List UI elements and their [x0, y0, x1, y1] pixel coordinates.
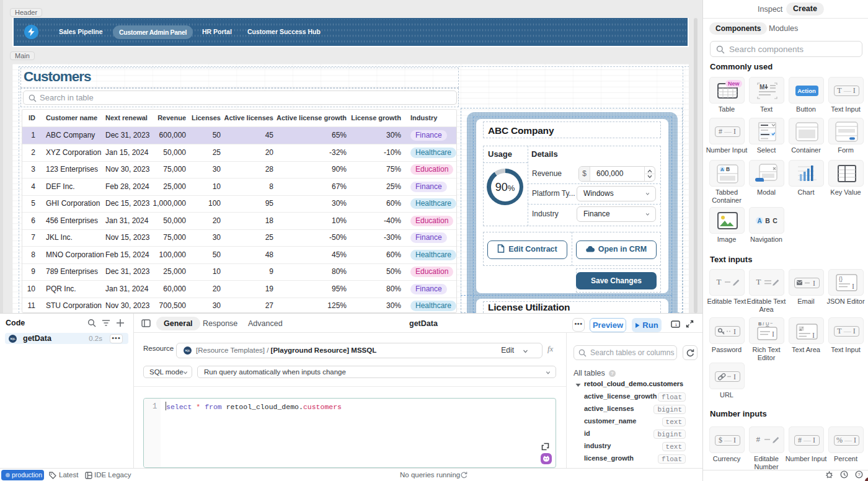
svg-text:I: I: [763, 321, 764, 327]
svg-text:A: A: [720, 167, 724, 172]
svg-text:I: I: [812, 331, 815, 340]
svg-text:1: 1: [675, 323, 678, 327]
svg-text:I: I: [813, 279, 815, 288]
svg-text:?: ?: [857, 472, 861, 477]
svg-text:I: I: [733, 373, 736, 381]
svg-text:B: B: [765, 217, 770, 224]
svg-text:I: I: [852, 282, 854, 291]
svg-text:B: B: [725, 166, 729, 172]
svg-text:{}: {}: [839, 276, 843, 282]
svg-text:U: U: [766, 321, 769, 327]
svg-text:B: B: [758, 321, 762, 327]
svg-text:M: M: [760, 84, 764, 90]
svg-text:I: I: [733, 327, 736, 336]
svg-text:A: A: [757, 217, 761, 224]
svg-text:C: C: [773, 217, 777, 224]
svg-text:I: I: [772, 330, 774, 338]
svg-text:~: ~: [770, 320, 773, 326]
